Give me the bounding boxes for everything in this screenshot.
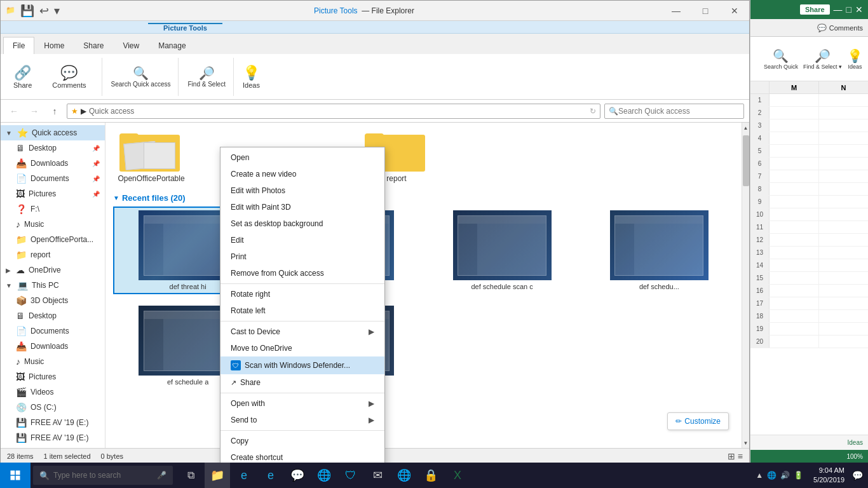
close-button[interactable]: ✕ bbox=[720, 1, 749, 21]
customize-button[interactable]: ✏ Customize bbox=[667, 412, 729, 430]
chevron-up-icon[interactable]: ▲ bbox=[756, 471, 763, 480]
start-button[interactable] bbox=[0, 463, 31, 488]
sidebar-item-desktop-pinned[interactable]: 🖥 Desktop 📌 bbox=[1, 140, 105, 156]
mail-taskbar-btn[interactable]: ✉ bbox=[365, 463, 390, 488]
vertical-scrollbar[interactable]: ▲ ▼ bbox=[742, 123, 749, 448]
sidebar-item-this-pc[interactable]: ▼ 💻 This PC bbox=[1, 278, 105, 293]
address-path[interactable]: ★ ▶ Quick access ↻ bbox=[67, 104, 600, 119]
edge-taskbar-btn[interactable]: e bbox=[231, 463, 257, 488]
cell-m-2[interactable] bbox=[770, 107, 819, 119]
ctx-open-with[interactable]: Open with ▶ bbox=[220, 395, 384, 412]
sidebar-item-quick-access[interactable]: ▼ ⭐ Quick access bbox=[1, 125, 105, 140]
cell-n-2[interactable] bbox=[819, 107, 868, 119]
excel-find-btn[interactable]: 🔎 Find & Select ▾ bbox=[803, 48, 842, 70]
cell-m-7[interactable] bbox=[770, 170, 819, 182]
excel-ideas-btn[interactable]: 💡 Ideas bbox=[847, 48, 863, 70]
cell-n-12[interactable] bbox=[819, 234, 868, 246]
search-box[interactable]: 🔍 bbox=[604, 104, 744, 119]
sidebar-item-documents2[interactable]: 📄 Documents bbox=[1, 323, 105, 339]
forward-button[interactable]: → bbox=[26, 103, 43, 119]
cell-n-16[interactable] bbox=[819, 285, 868, 297]
ctx-print[interactable]: Print bbox=[220, 248, 384, 265]
sidebar-item-downloads-pinned[interactable]: 📥 Downloads 📌 bbox=[1, 156, 105, 171]
excel-close-btn[interactable]: ✕ bbox=[855, 4, 863, 15]
cell-n-4[interactable] bbox=[819, 132, 868, 144]
sidebar-item-music2[interactable]: ♪ Music bbox=[1, 354, 105, 369]
cell-m-11[interactable] bbox=[770, 221, 819, 233]
cell-n-15[interactable] bbox=[819, 272, 868, 284]
cell-m-9[interactable] bbox=[770, 196, 819, 208]
notification-icon[interactable]: 💬 bbox=[852, 470, 863, 480]
sidebar-item-report[interactable]: 📁 report bbox=[1, 247, 105, 262]
grid-view-icon[interactable]: ⊞ bbox=[728, 451, 735, 461]
network-icon[interactable]: 🌐 bbox=[767, 471, 776, 480]
battery-icon[interactable]: 🔋 bbox=[794, 471, 803, 480]
ie-taskbar-btn[interactable]: e bbox=[258, 463, 283, 488]
sidebar-item-openoffice[interactable]: 📁 OpenOfficePorta... bbox=[1, 232, 105, 247]
skype-taskbar-btn[interactable]: 💬 bbox=[285, 463, 310, 488]
cell-n-3[interactable] bbox=[819, 119, 868, 132]
system-clock[interactable]: 9:04 AM 5/20/2019 bbox=[808, 466, 850, 485]
cell-m-13[interactable] bbox=[770, 247, 819, 259]
back-button[interactable]: ← bbox=[6, 103, 22, 119]
cell-m-4[interactable] bbox=[770, 132, 819, 144]
ctx-copy[interactable]: Copy bbox=[220, 433, 384, 449]
cell-n-17[interactable] bbox=[819, 297, 868, 309]
minimize-button[interactable]: — bbox=[661, 1, 691, 21]
save-icon[interactable]: 💾 bbox=[18, 4, 36, 18]
ctx-edit-photos[interactable]: Edit with Photos bbox=[220, 182, 384, 199]
sidebar-item-c-drive[interactable]: 💿 OS (C:) bbox=[1, 400, 105, 415]
find-select-button[interactable]: 🔎 Find & Select bbox=[187, 65, 225, 88]
sidebar-item-e-drive2[interactable]: 💾 FREE AV '19 (E:) bbox=[1, 430, 105, 445]
file-explorer-taskbar-btn[interactable]: 📁 bbox=[205, 463, 230, 488]
ctx-move-onedrive[interactable]: Move to OneDrive bbox=[220, 340, 384, 356]
ie2-taskbar-btn[interactable]: 🌐 bbox=[391, 463, 417, 488]
recent-files-header[interactable]: ▼ Recent files (20) bbox=[113, 193, 734, 203]
task-view-button[interactable]: ⧉ bbox=[178, 463, 203, 488]
list-view-icon[interactable]: ≡ bbox=[738, 451, 743, 461]
cell-m-12[interactable] bbox=[770, 234, 819, 246]
av-taskbar-btn[interactable]: 🔒 bbox=[418, 463, 444, 488]
cell-n-6[interactable] bbox=[819, 158, 868, 170]
ctx-cast[interactable]: Cast to Device ▶ bbox=[220, 323, 384, 340]
sidebar-item-music[interactable]: ♪ Music bbox=[1, 217, 105, 232]
scroll-down-arrow[interactable]: ▼ bbox=[742, 438, 750, 448]
excel-min-btn[interactable]: — bbox=[834, 4, 843, 15]
sidebar-item-3d-objects[interactable]: 📦 3D Objects bbox=[1, 293, 105, 308]
ctx-rotate-right[interactable]: Rotate right bbox=[220, 286, 384, 302]
undo-icon[interactable]: ↩ bbox=[37, 4, 51, 18]
chrome-taskbar-btn[interactable]: 🌐 bbox=[311, 463, 337, 488]
file-item-2[interactable]: def schedule scan c bbox=[428, 207, 577, 294]
cell-n-8[interactable] bbox=[819, 183, 868, 195]
cell-n-18[interactable] bbox=[819, 310, 868, 322]
cell-m-1[interactable] bbox=[770, 94, 819, 106]
folder-openoffice[interactable]: OpenOfficePortable bbox=[113, 128, 189, 186]
tab-manage[interactable]: Manage bbox=[149, 37, 195, 54]
taskbar-search[interactable]: 🔍 🎤 bbox=[33, 466, 173, 485]
maximize-button[interactable]: □ bbox=[691, 1, 720, 21]
cell-n-19[interactable] bbox=[819, 323, 868, 335]
cell-n-10[interactable] bbox=[819, 208, 868, 220]
sidebar-item-f-drive[interactable]: ❓ F:\ bbox=[1, 201, 105, 217]
cell-n-9[interactable] bbox=[819, 196, 868, 208]
cell-n-14[interactable] bbox=[819, 259, 868, 271]
cell-m-14[interactable] bbox=[770, 259, 819, 271]
share-button[interactable]: 🔗 Share bbox=[6, 62, 39, 92]
ctx-set-desktop[interactable]: Set as desktop background bbox=[220, 215, 384, 232]
tab-file[interactable]: File bbox=[3, 37, 34, 55]
sidebar-item-onedrive[interactable]: ▶ ☁ OneDrive bbox=[1, 262, 105, 278]
excel-search-btn[interactable]: 🔍 Search Quick bbox=[764, 48, 798, 70]
sidebar-item-e-drive1[interactable]: 💾 FREE AV '19 (E:) bbox=[1, 415, 105, 430]
up-button[interactable]: ↑ bbox=[46, 103, 63, 119]
sidebar-item-videos[interactable]: 🎬 Videos bbox=[1, 384, 105, 400]
ctx-edit[interactable]: Edit bbox=[220, 232, 384, 248]
cell-m-5[interactable] bbox=[770, 145, 819, 157]
sidebar-item-desktop2[interactable]: 🖥 Desktop bbox=[1, 308, 105, 323]
taskbar-search-input[interactable] bbox=[53, 471, 149, 480]
mic-icon[interactable]: 🎤 bbox=[157, 471, 166, 480]
comments-button[interactable]: 💬 Comments bbox=[44, 62, 93, 92]
cell-n-1[interactable] bbox=[819, 94, 868, 106]
ctx-rotate-left[interactable]: Rotate left bbox=[220, 302, 384, 319]
search-input[interactable] bbox=[618, 107, 733, 116]
ctx-open[interactable]: Open bbox=[220, 149, 384, 166]
